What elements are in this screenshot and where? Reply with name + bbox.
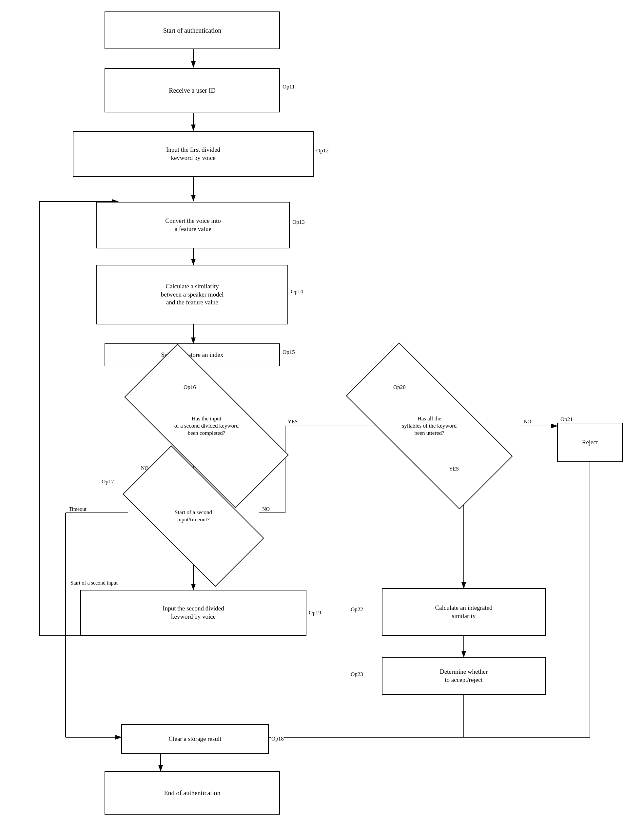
op19-box: Input the second dividedkeyword by voice bbox=[80, 590, 306, 636]
flowchart-diagram: Start of authentication Receive a user I… bbox=[0, 0, 644, 830]
op17-diamond: Start of a secondinput/timeout? bbox=[128, 482, 259, 551]
op20-no-label: NO bbox=[524, 419, 531, 425]
op11-label: Op11 bbox=[282, 84, 295, 90]
op22-box: Calculate an integratedsimilarity bbox=[382, 588, 546, 636]
op21-box: Reject bbox=[557, 423, 623, 462]
op17-timeout-label: Timeout bbox=[69, 506, 87, 512]
op23-box: Determine whetherto accept/reject bbox=[382, 657, 546, 695]
op18-box: Clear a storage result bbox=[121, 724, 269, 754]
op14-box: Calculate a similaritybetween a speaker … bbox=[96, 265, 288, 325]
op12-label: Op12 bbox=[316, 147, 329, 154]
op17-no-label: NO bbox=[262, 506, 270, 512]
start-box: Start of authentication bbox=[105, 11, 280, 49]
op23-label: Op23 bbox=[351, 671, 363, 678]
op14-label: Op14 bbox=[291, 288, 303, 295]
op19-label: Op19 bbox=[309, 610, 321, 616]
op20-label: Op20 bbox=[393, 384, 406, 391]
op16-yes-label: YES bbox=[288, 419, 298, 425]
op17-second-label: Start of a second input bbox=[70, 580, 117, 586]
op13-box: Convert the voice intoa feature value bbox=[96, 202, 290, 249]
op12-box: Input the first dividedkeyword by voice bbox=[73, 131, 314, 177]
op20-yes-label: YES bbox=[449, 466, 459, 472]
op15-label: Op15 bbox=[282, 349, 295, 356]
op16-label: Op16 bbox=[184, 384, 196, 391]
op18-label: Op18 bbox=[271, 736, 284, 742]
op21-label: Op21 bbox=[560, 416, 573, 423]
end-box: End of authentication bbox=[105, 771, 280, 814]
op20-diamond: Has all thesyllables of the keywordbeen … bbox=[349, 388, 510, 464]
op11-box: Receive a user ID bbox=[105, 68, 280, 112]
op17-label: Op17 bbox=[102, 478, 114, 485]
op16-diamond: Has the inputof a second divided keyword… bbox=[128, 388, 285, 464]
op22-label: Op22 bbox=[351, 606, 363, 613]
op13-label: Op13 bbox=[292, 219, 305, 225]
